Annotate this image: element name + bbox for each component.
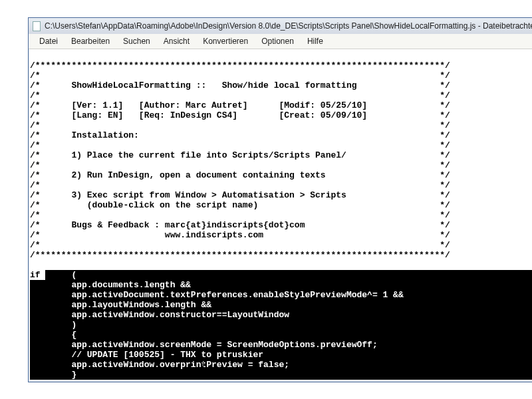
code-line: /* */ bbox=[30, 90, 450, 100]
code-line: /* [Ver: 1.1] [Author: Marc Autret] [Mod… bbox=[30, 100, 450, 110]
menu-ansicht[interactable]: Ansicht bbox=[157, 35, 196, 47]
code-line: /***************************************… bbox=[30, 61, 450, 70]
code-line: /* */ bbox=[30, 70, 450, 80]
selection: app.documents.length && bbox=[30, 280, 532, 290]
code-line bbox=[30, 260, 35, 270]
menu-hilfe[interactable]: Hilfe bbox=[301, 35, 330, 47]
selection-row: if ( bbox=[30, 270, 532, 280]
selection: } bbox=[30, 370, 532, 380]
menu-konvertieren[interactable]: Konvertieren bbox=[196, 35, 255, 47]
code-line: /* */ bbox=[30, 210, 450, 220]
selection: ( bbox=[45, 270, 532, 280]
menu-suchen[interactable]: Suchen bbox=[116, 35, 157, 47]
selection: ) bbox=[30, 320, 532, 330]
code-line: /* Installation: */ bbox=[30, 130, 450, 140]
code-line: /* ShowHideLocalFormatting :: Show/hide … bbox=[30, 80, 450, 90]
selection: app.activeWindow.constructor==LayoutWind… bbox=[30, 310, 532, 320]
selection: app.activeDocument.textPreferences.enabl… bbox=[30, 290, 532, 300]
code-token-if: if bbox=[30, 270, 45, 280]
code-line: /* */ bbox=[30, 180, 450, 190]
code-line: /* */ bbox=[30, 160, 450, 170]
selection: app.activeWindow.overprintPreview = fals… bbox=[30, 360, 532, 370]
menu-datei[interactable]: Datei bbox=[33, 35, 65, 47]
code-line: /***************************************… bbox=[30, 250, 450, 260]
editor-window: C:\Users\Stefan\AppData\Roaming\Adobe\In… bbox=[28, 17, 532, 382]
code-line: /* */ bbox=[30, 240, 450, 250]
code-line: /* 3) Exec script from Window > Automati… bbox=[30, 190, 450, 200]
code-area[interactable]: /***************************************… bbox=[29, 49, 532, 382]
code-line: /* (double-click on the script name) */ bbox=[30, 200, 450, 210]
selection: // UPDATE [100525] - THX to ptruskier bbox=[30, 350, 532, 360]
selection: app.activeWindow.screenMode = ScreenMode… bbox=[30, 340, 532, 350]
menu-optionen[interactable]: Optionen bbox=[255, 35, 301, 47]
code-line: /* 2) Run InDesign, open a document cont… bbox=[30, 170, 450, 180]
code-line: /* */ bbox=[30, 120, 450, 130]
menu-bar: Datei Bearbeiten Suchen Ansicht Konverti… bbox=[29, 34, 532, 49]
code-line: /* [Lang: EN] [Req: InDesign CS4] [Creat… bbox=[30, 110, 450, 120]
code-line: /* www.indiscripts.com */ bbox=[30, 230, 450, 240]
title-bar[interactable]: C:\Users\Stefan\AppData\Roaming\Adobe\In… bbox=[29, 18, 532, 34]
selection: app.layoutWindows.length && bbox=[30, 300, 532, 310]
code-line: /* */ bbox=[30, 140, 450, 150]
window-title: C:\Users\Stefan\AppData\Roaming\Adobe\In… bbox=[45, 21, 532, 31]
code-line: /* 1) Place the current file into Script… bbox=[30, 150, 450, 160]
selection: { bbox=[30, 330, 532, 340]
code-line: /* Bugs & Feedback : marc{at}indiscripts… bbox=[30, 220, 450, 230]
document-icon bbox=[31, 21, 42, 31]
menu-bearbeiten[interactable]: Bearbeiten bbox=[65, 35, 116, 47]
